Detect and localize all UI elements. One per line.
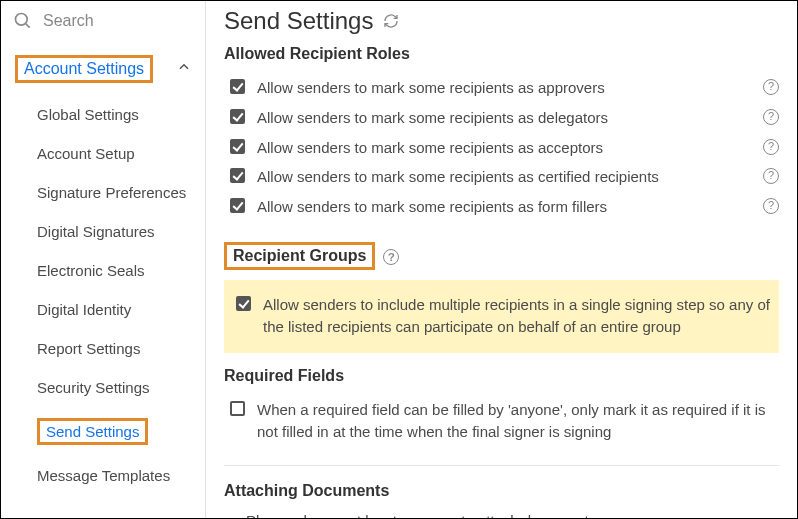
section-title-text: Allowed Recipient Roles xyxy=(224,45,410,63)
sidebar-item-digital-signatures[interactable]: Digital Signatures xyxy=(1,212,205,251)
attaching-text: Please choose at least one way to attach… xyxy=(224,510,779,518)
help-icon[interactable]: ? xyxy=(763,139,779,155)
main-content: Send Settings Allowed Recipient Roles Al… xyxy=(206,1,797,518)
option-delegators: Allow senders to mark some recipients as… xyxy=(224,103,779,133)
nav-section-account-settings[interactable]: Account Settings xyxy=(1,43,205,95)
checkbox-acceptors[interactable] xyxy=(230,139,245,154)
sidebar: Account Settings Global Settings Account… xyxy=(1,1,206,518)
search-input[interactable] xyxy=(43,12,193,30)
sidebar-item-label: Digital Signatures xyxy=(37,223,155,240)
sidebar-item-electronic-seals[interactable]: Electronic Seals xyxy=(1,251,205,290)
option-label: Allow senders to mark some recipients as… xyxy=(257,166,751,188)
nav-list: Global Settings Account Setup Signature … xyxy=(1,95,205,495)
sidebar-item-message-templates[interactable]: Message Templates xyxy=(1,456,205,495)
sidebar-item-label: Report Settings xyxy=(37,340,140,357)
option-label: Allow senders to mark some recipients as… xyxy=(257,137,751,159)
section-title-allowed-roles: Allowed Recipient Roles xyxy=(224,45,779,63)
section-title-required-fields: Required Fields xyxy=(224,367,779,385)
checkbox-delegators[interactable] xyxy=(230,109,245,124)
sidebar-item-label: Signature Preferences xyxy=(37,184,186,201)
option-label: Allow senders to mark some recipients as… xyxy=(257,107,751,129)
search-icon xyxy=(13,11,33,31)
sidebar-item-label: Global Settings xyxy=(37,106,139,123)
checkbox-certified[interactable] xyxy=(230,168,245,183)
sidebar-item-label: Send Settings xyxy=(37,418,148,445)
sidebar-item-label: Message Templates xyxy=(37,467,170,484)
help-icon[interactable]: ? xyxy=(763,79,779,95)
page-title: Send Settings xyxy=(224,7,373,35)
option-certified: Allow senders to mark some recipients as… xyxy=(224,162,779,192)
search-row xyxy=(1,1,205,43)
sidebar-item-security-settings[interactable]: Security Settings xyxy=(1,368,205,407)
help-icon[interactable]: ? xyxy=(763,109,779,125)
section-title-text: Required Fields xyxy=(224,367,344,385)
sidebar-item-signature-preferences[interactable]: Signature Preferences xyxy=(1,173,205,212)
sidebar-item-label: Electronic Seals xyxy=(37,262,145,279)
checkbox-required-fields[interactable] xyxy=(230,401,245,416)
app-frame: Account Settings Global Settings Account… xyxy=(0,0,798,519)
option-form-fillers: Allow senders to mark some recipients as… xyxy=(224,192,779,222)
highlight-recipient-groups: Allow senders to include multiple recipi… xyxy=(224,280,779,354)
option-approvers: Allow senders to mark some recipients as… xyxy=(224,73,779,103)
sidebar-item-label: Digital Identity xyxy=(37,301,131,318)
section-title-attaching: Attaching Documents xyxy=(224,482,779,500)
section-title-recipient-groups: Recipient Groups ? xyxy=(224,242,779,270)
help-icon[interactable]: ? xyxy=(383,249,399,265)
sidebar-item-global-settings[interactable]: Global Settings xyxy=(1,95,205,134)
section-title-text: Recipient Groups xyxy=(224,242,375,270)
section-title-text: Attaching Documents xyxy=(224,482,389,500)
sidebar-item-report-settings[interactable]: Report Settings xyxy=(1,329,205,368)
sidebar-item-account-setup[interactable]: Account Setup xyxy=(1,134,205,173)
svg-line-1 xyxy=(26,24,30,28)
option-acceptors: Allow senders to mark some recipients as… xyxy=(224,133,779,163)
nav-section-label: Account Settings xyxy=(15,55,153,83)
section-divider xyxy=(224,465,779,466)
chevron-up-icon xyxy=(177,60,191,78)
option-recipient-groups: Allow senders to include multiple recipi… xyxy=(230,290,771,342)
checkbox-approvers[interactable] xyxy=(230,79,245,94)
option-required-fields: When a required field can be filled by '… xyxy=(224,395,779,447)
sidebar-item-label: Security Settings xyxy=(37,379,150,396)
help-icon[interactable]: ? xyxy=(763,198,779,214)
page-title-row: Send Settings xyxy=(224,7,779,35)
option-label: Allow senders to mark some recipients as… xyxy=(257,77,751,99)
checkbox-recipient-groups[interactable] xyxy=(236,296,251,311)
option-label: Allow senders to mark some recipients as… xyxy=(257,196,751,218)
sidebar-item-send-settings[interactable]: Send Settings xyxy=(1,407,205,456)
sidebar-item-label: Account Setup xyxy=(37,145,135,162)
option-label: Allow senders to include multiple recipi… xyxy=(263,294,771,338)
sidebar-item-digital-identity[interactable]: Digital Identity xyxy=(1,290,205,329)
option-label: When a required field can be filled by '… xyxy=(257,399,779,443)
refresh-icon[interactable] xyxy=(383,7,399,35)
help-icon[interactable]: ? xyxy=(763,168,779,184)
svg-point-0 xyxy=(16,14,28,26)
checkbox-form-fillers[interactable] xyxy=(230,198,245,213)
